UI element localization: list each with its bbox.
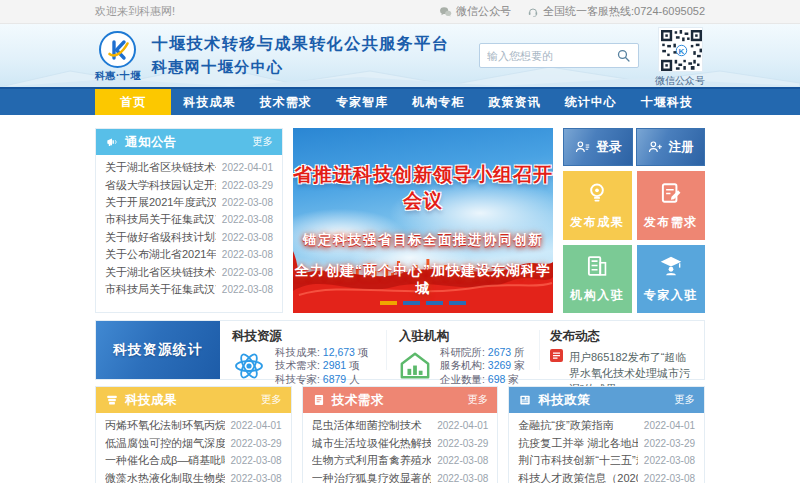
nav-tab[interactable]: 政策资讯 (476, 89, 552, 115)
achievement-item-date: 2022-04-01 (231, 420, 282, 431)
achievement-item-title[interactable]: 低温腐蚀可控的烟气深度冷却技术及应用 (105, 436, 225, 451)
stat-line: 科技成果: 12,673 项 (275, 346, 368, 359)
demands-panel-header: 技术需求 更多 (303, 387, 498, 413)
stats-section-resources: 科技资源 科技成果: 12,673 项 技术需求: 2981 项 科技专家: 6… (220, 321, 386, 379)
achievement-item: 微藻水热液化制取生物柴油技术 2022-03-08 (105, 470, 282, 483)
login-person-icon (574, 139, 591, 156)
policy-item-title[interactable]: 科技人才政策信息（2020年第4期） (518, 471, 638, 483)
main-nav: 首页 科技成果 技术需求 专家智库 机构专柜 政策资讯 统计中心 十堰科技 (0, 87, 800, 115)
wechat-icon (439, 6, 452, 18)
achievement-item-title[interactable]: 丙烯环氧化法制环氧丙烷清洁生产技术 (105, 418, 225, 433)
policy-item: 科技人才政策信息（2020年第4期） 2022-03-08 (518, 470, 695, 483)
publish-demand-tile[interactable]: 发布需求 (637, 171, 706, 240)
nav-tab[interactable]: 机构专柜 (400, 89, 476, 115)
feed-news-icon (550, 349, 563, 362)
notice-item-title[interactable]: 关于湖北省区块链技术创新研究院公示 (105, 265, 216, 280)
notice-item-title[interactable]: 市科技局关于征集武汉市人工智能示范 (105, 212, 216, 227)
demand-item-title[interactable]: 一种治疗狐臭疗效显著的中药外用制剂 (312, 471, 432, 483)
institution-join-tile[interactable]: 机构入驻 (563, 245, 632, 314)
notice-item: 关于公布湖北省2021年高新技术企业认 2022-03-08 (105, 246, 273, 263)
policy-item: 抗疫复工并举 湖北各地出台利企惠民政策 2022-03-29 (518, 435, 695, 453)
nav-tab[interactable]: 技术需求 (248, 89, 324, 115)
site-title-line1: 十堰技术转移与成果转化公共服务平台 (152, 34, 450, 55)
notice-item: 关于湖北省区块链技术创新研究院公示 2022-03-08 (105, 263, 273, 280)
policy-item-title[interactable]: 抗疫复工并举 湖北各地出台利企惠民政策 (518, 436, 638, 451)
stat-line: 服务机构: 3269 家 (440, 359, 525, 372)
notice-item-title[interactable]: 关于做好省级科技计划项目验收工作的 (105, 230, 216, 245)
carousel-dot[interactable] (380, 301, 397, 305)
notice-item: 市科技局关于征集武汉市人工智能示范 2022-03-08 (105, 211, 273, 228)
demand-item-title[interactable]: 生物方式利用畜禽养殖水泡粪生产液态有机肥... (312, 453, 432, 468)
nav-tab[interactable]: 科技成果 (171, 89, 247, 115)
policies-more-link[interactable]: 更多 (674, 393, 695, 407)
achievements-list: 丙烯环氧化法制环氧丙烷清洁生产技术 2022-04-01 低温腐蚀可控的烟气深度… (96, 413, 291, 483)
achievement-item-date: 2022-03-08 (231, 455, 282, 466)
login-button[interactable]: 登录 (563, 128, 633, 166)
publish-demand-label: 发布需求 (644, 214, 698, 231)
stats-section-institutions: 入驻机构 科研院所: 2673 所 服务机构: 3269 家 企业数量: 698… (387, 321, 539, 379)
nav-tab[interactable]: 专家智库 (324, 89, 400, 115)
demands-more-link[interactable]: 更多 (467, 393, 488, 407)
nav-tab[interactable]: 十堰科技 (629, 89, 705, 115)
achievement-item-title[interactable]: 微藻水热液化制取生物柴油技术 (105, 471, 225, 483)
notice-item-date: 2022-03-08 (222, 284, 273, 295)
achievement-item: 低温腐蚀可控的烟气深度冷却技术及应用 2022-03-29 (105, 435, 282, 453)
policy-item: 金融抗“疫”政策指南 2022-04-01 (518, 417, 695, 435)
achievement-item-date: 2022-03-29 (231, 438, 282, 449)
policy-item: 荆门市科技创新“十三五”规划 2022-03-08 (518, 452, 695, 470)
hero-carousel[interactable]: 省推进科技创新领导小组召开会议 锚定科技强省目标全面推进协同创新 全力创建“两个… (293, 128, 553, 313)
resources-stats: 科技成果: 12,673 项 技术需求: 2981 项 科技专家: 6879 人 (275, 346, 368, 386)
demand-item: 昆虫活体细菌控制技术 2022-04-01 (312, 417, 489, 435)
demand-item-title[interactable]: 昆虫活体细菌控制技术 (312, 418, 432, 433)
headset-icon (527, 6, 539, 18)
demand-item-title[interactable]: 城市生活垃圾催化热解技术及其应用研究 (312, 436, 432, 451)
qr-label: 微信公众号 (655, 74, 705, 87)
achievements-more-link[interactable]: 更多 (261, 393, 282, 407)
hotline: 全国统一客服热线:0724-6095052 (527, 4, 705, 19)
login-label: 登录 (596, 139, 621, 156)
notice-item-title[interactable]: 关于湖北省区块链技术创新研究院公示 (105, 160, 216, 175)
site-logo[interactable]: 科惠·十堰 (95, 31, 141, 83)
demand-item-date: 2022-03-08 (437, 473, 488, 483)
notice-item-title[interactable]: 省级大学科技园认定开始了！ (105, 178, 216, 193)
graduate-icon (658, 253, 684, 279)
notice-item-title[interactable]: 市科技局关于征集武汉市人工智能示范 (105, 282, 216, 297)
topbar: 欢迎来到科惠网! 微信公众号 全国统一客服热线:0724-6095052 (0, 0, 800, 24)
register-person-icon (647, 139, 664, 156)
publish-achievement-label: 发布成果 (570, 214, 624, 231)
expert-join-tile[interactable]: 专家入驻 (637, 245, 706, 314)
wechat-link[interactable]: 微信公众号 (439, 4, 511, 19)
notice-item-title[interactable]: 关于公布湖北省2021年高新技术企业认 (105, 247, 216, 262)
wechat-label: 微信公众号 (456, 4, 511, 19)
policies-list: 金融抗“疫”政策指南 2022-04-01 抗疫复工并举 湖北各地出台利企惠民政… (509, 413, 704, 483)
carousel-dot[interactable] (426, 301, 443, 305)
demand-item-date: 2022-03-08 (437, 455, 488, 466)
nav-tab[interactable]: 统计中心 (553, 89, 629, 115)
search-box (479, 43, 639, 68)
nav-tab[interactable]: 首页 (95, 89, 171, 115)
policies-title: 科技政策 (538, 392, 590, 409)
notice-item-date: 2022-03-29 (222, 180, 273, 191)
policy-item-title[interactable]: 荆门市科技创新“十三五”规划 (518, 453, 638, 468)
carousel-dot[interactable] (449, 301, 466, 305)
notice-item-title[interactable]: 关于开展2021年度武汉地区科技统计调 (105, 195, 216, 210)
achievement-item-title[interactable]: 一种催化合成β—硝基吡咯衍生物及合成方法 (105, 453, 225, 468)
search-icon[interactable] (616, 48, 631, 63)
carousel-headline: 省推进科技创新领导小组召开会议 (293, 162, 553, 214)
demands-title: 技术需求 (332, 392, 384, 409)
notice-panel: 通知公告 更多 关于湖北省区块链技术创新研究院公示 2022-04-01 省级大… (95, 128, 283, 313)
demand-item-date: 2022-04-01 (437, 420, 488, 431)
notice-item: 省级大学科技园认定开始了！ 2022-03-29 (105, 176, 273, 193)
notice-item: 关于做好省级科技计划项目验收工作的 2022-03-08 (105, 229, 273, 246)
institution-join-label: 机构入驻 (570, 287, 624, 304)
notice-item: 关于湖北省区块链技术创新研究院公示 2022-04-01 (105, 159, 273, 176)
stat-line: 科研院所: 2673 所 (440, 346, 525, 359)
carousel-dot[interactable] (403, 301, 420, 305)
policy-item-title[interactable]: 金融抗“疫”政策指南 (518, 418, 638, 433)
publish-achievement-tile[interactable]: 发布成果 (563, 171, 632, 240)
notice-more-link[interactable]: 更多 (252, 135, 273, 149)
search-input[interactable] (487, 50, 616, 62)
logo-mark-icon (99, 31, 136, 68)
site-titles: 十堰技术转移与成果转化公共服务平台 科惠网十堰分中心 (152, 34, 450, 77)
register-button[interactable]: 注册 (636, 128, 706, 166)
